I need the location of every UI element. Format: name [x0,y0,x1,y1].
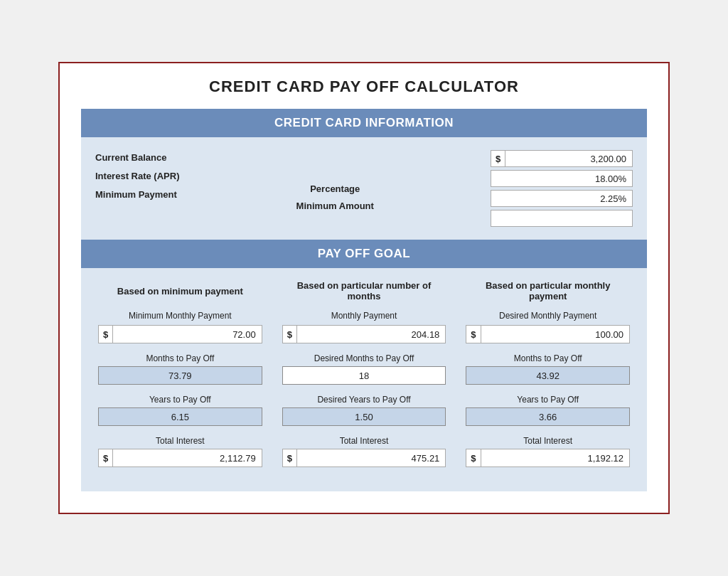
col3-months-label: Months to Pay Off [514,353,582,363]
card-info-rows: Current Balance Interest Rate (APR) Mini… [95,150,633,227]
col2-sublabel: Monthly Payment [331,311,397,321]
minimum-payment-label: Minimum Payment [95,187,179,203]
col2-months-value[interactable]: 18 [282,366,446,385]
card-info-labels: Current Balance Interest Rate (APR) Mini… [95,150,179,203]
col2-years-label: Desired Years to Pay Off [317,395,410,405]
minimum-amount-label: Minimum Amount [296,198,374,214]
col1-years-label: Years to Pay Off [149,395,211,405]
percentage-value-row: 2.25% [491,190,633,207]
col3-sublabel: Desired Monthly Payment [499,311,596,321]
col2-header: Based on particular number of months [282,277,446,305]
col3-interest-label: Total Interest [523,436,572,446]
col2-interest-dollar: $ [283,449,297,466]
col1-payment-row[interactable]: $ 72.00 [98,325,262,343]
payoff-col-3: Based on particular monthly payment Desi… [456,268,640,477]
payoff-section: PAY OFF GOAL Based on minimum payment Mi… [81,240,647,491]
col1-months-value: 73.79 [98,366,262,385]
card-info-section: Current Balance Interest Rate (APR) Mini… [81,137,647,240]
percentage-value: 2.25% [491,193,632,204]
col2-months-label: Desired Months to Pay Off [314,353,414,363]
col3-interest-row: $ 1,192.12 [466,449,630,467]
payoff-header: PAY OFF GOAL [81,240,647,268]
col2-payment-row[interactable]: $ 204.18 [282,325,446,343]
col2-years-value: 1.50 [282,407,446,426]
col2-interest-row: $ 475.21 [282,449,446,467]
card-info-header: CREDIT CARD INFORMATION [81,109,647,137]
col2-dollar: $ [283,326,297,343]
interest-value-row: 18.00% [491,170,633,187]
col1-months-label: Months to Pay Off [146,353,214,363]
balance-value: 3,200.00 [505,154,632,164]
percentage-label: Percentage [310,181,360,197]
payoff-col-1: Based on minimum payment Minimum Monthly… [88,268,272,477]
minimum-amount-value-row [491,210,633,227]
col2-interest-label: Total Interest [340,436,389,446]
main-title: CREDIT CARD PAY OFF CALCULATOR [81,78,647,96]
balance-value-row: $ 3,200.00 [491,150,633,167]
col3-years-value: 3.66 [466,407,630,426]
card-info-values: $ 3,200.00 18.00% 2.25% [491,150,633,227]
col1-payment-value: 72.00 [113,329,261,340]
col3-interest-value: 1,192.12 [481,453,629,464]
col2-payment-value: 204.18 [297,329,445,340]
col3-interest-dollar: $ [466,449,481,466]
col1-interest-dollar: $ [99,449,113,466]
col1-interest-row: $ 2,112.79 [98,449,262,467]
interest-value: 18.00% [491,174,632,184]
col1-interest-label: Total Interest [156,436,205,446]
col1-dollar: $ [99,326,113,343]
col2-interest-value: 475.21 [297,453,445,464]
balance-dollar-sign: $ [491,151,505,166]
calculator-container: CREDIT CARD PAY OFF CALCULATOR CREDIT CA… [58,62,670,514]
col3-payment-value: 100.00 [481,329,629,340]
interest-label: Interest Rate (APR) [95,169,179,184]
balance-label: Current Balance [95,150,179,166]
col1-header: Based on minimum payment [117,277,243,305]
col1-years-value: 6.15 [98,407,262,426]
col3-payment-row[interactable]: $ 100.00 [466,325,630,343]
payoff-columns: Based on minimum payment Minimum Monthly… [81,268,647,491]
col3-months-value: 43.92 [466,366,630,385]
col1-interest-value: 2,112.79 [113,453,261,464]
card-info-middle: Percentage Minimum Amount [296,150,374,214]
col3-dollar: $ [466,326,481,343]
payoff-col-2: Based on particular number of months Mon… [272,268,456,477]
col1-sublabel: Minimum Monthly Payment [129,311,232,321]
col3-years-label: Years to Pay Off [517,395,579,405]
col3-header: Based on particular monthly payment [466,277,630,305]
